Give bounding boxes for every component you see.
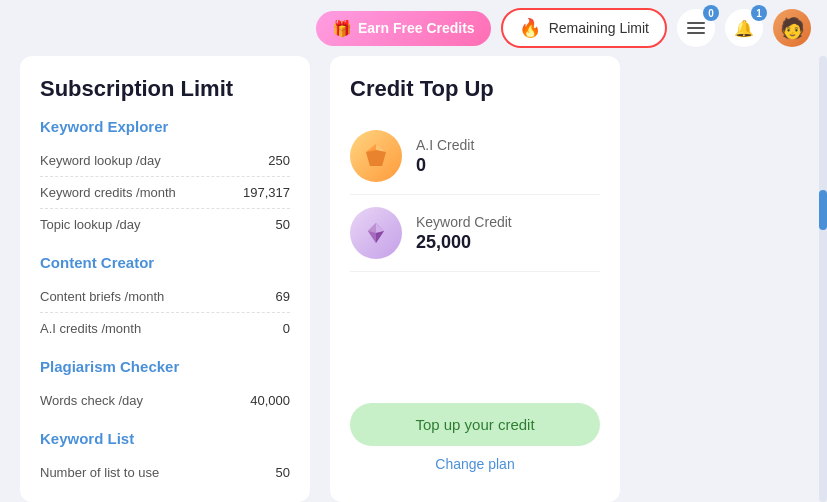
table-row: A.I credits /month 0: [40, 313, 290, 344]
hamburger-icon: [687, 22, 705, 34]
remaining-limit-button[interactable]: 🔥 Remaining Limit: [501, 8, 667, 48]
row-label: Keyword lookup /day: [40, 153, 161, 168]
subscription-panel: Subscription Limit Keyword Explorer Keyw…: [20, 56, 310, 502]
header: 🎁 Earn Free Credits 🔥 Remaining Limit 0 …: [0, 0, 827, 56]
flame-icon: 🔥: [519, 17, 541, 39]
gem-icon: [362, 142, 390, 170]
scrollbar-thumb[interactable]: [819, 190, 827, 230]
keyword-credit-info: Keyword Credit 25,000: [416, 214, 512, 253]
ai-credit-icon: [350, 130, 402, 182]
credit-topup-title: Credit Top Up: [350, 76, 600, 102]
svg-marker-6: [368, 231, 376, 243]
row-value: 250: [268, 153, 290, 168]
menu-badge: 0: [703, 5, 719, 21]
keyword-explorer-title: Keyword Explorer: [40, 118, 290, 135]
table-row: Number of list to use 50: [40, 457, 290, 488]
row-label: Number of list to use: [40, 465, 159, 480]
change-plan-button[interactable]: Change plan: [350, 446, 600, 482]
credit-topup-panel: Credit Top Up A.I Credit 0: [330, 56, 620, 502]
row-value: 197,317: [243, 185, 290, 200]
row-label: Content briefs /month: [40, 289, 164, 304]
content-creator-title: Content Creator: [40, 254, 290, 271]
plagiarism-checker-title: Plagiarism Checker: [40, 358, 290, 375]
plagiarism-checker-section: Plagiarism Checker Words check /day 40,0…: [40, 358, 290, 416]
ai-credit-label: A.I Credit: [416, 137, 474, 153]
keyword-explorer-section: Keyword Explorer Keyword lookup /day 250…: [40, 118, 290, 240]
earn-credits-button[interactable]: 🎁 Earn Free Credits: [316, 11, 491, 46]
keyword-list-title: Keyword List: [40, 430, 290, 447]
svg-marker-5: [376, 231, 384, 243]
keyword-credit-icon: [350, 207, 402, 259]
avatar-button[interactable]: 🧑: [773, 9, 811, 47]
ai-credit-amount: 0: [416, 155, 474, 176]
table-row: Keyword credits /month 197,317: [40, 177, 290, 209]
table-row: Keyword lookup /day 250: [40, 145, 290, 177]
row-value: 50: [276, 217, 290, 232]
svg-marker-2: [366, 150, 386, 166]
scrollbar-track[interactable]: [819, 56, 827, 502]
row-label: Topic lookup /day: [40, 217, 140, 232]
bell-icon: 🔔: [734, 19, 754, 38]
subscription-title: Subscription Limit: [40, 76, 290, 102]
content-creator-section: Content Creator Content briefs /month 69…: [40, 254, 290, 344]
row-value: 50: [276, 465, 290, 480]
row-value: 40,000: [250, 393, 290, 408]
table-row: Content briefs /month 69: [40, 281, 290, 313]
earn-credits-label: Earn Free Credits: [358, 20, 475, 36]
remaining-limit-label: Remaining Limit: [549, 20, 649, 36]
keyword-gem-icon: [362, 219, 390, 247]
table-row: Words check /day 40,000: [40, 385, 290, 416]
avatar-icon: 🧑: [780, 16, 805, 40]
bell-badge: 1: [751, 5, 767, 21]
keyword-credit-label: Keyword Credit: [416, 214, 512, 230]
ai-credit-info: A.I Credit 0: [416, 137, 474, 176]
gift-icon: 🎁: [332, 19, 352, 38]
keyword-credit-item: Keyword Credit 25,000: [350, 195, 600, 272]
row-label: Words check /day: [40, 393, 143, 408]
bell-button[interactable]: 🔔 1: [725, 9, 763, 47]
topup-button[interactable]: Top up your credit: [350, 403, 600, 446]
keyword-credit-amount: 25,000: [416, 232, 512, 253]
menu-button[interactable]: 0: [677, 9, 715, 47]
table-row: Topic lookup /day 50: [40, 209, 290, 240]
keyword-list-section: Keyword List Number of list to use 50: [40, 430, 290, 488]
row-label: A.I credits /month: [40, 321, 141, 336]
row-value: 0: [283, 321, 290, 336]
row-label: Keyword credits /month: [40, 185, 176, 200]
row-value: 69: [276, 289, 290, 304]
ai-credit-item: A.I Credit 0: [350, 118, 600, 195]
main-content: Subscription Limit Keyword Explorer Keyw…: [0, 56, 827, 502]
